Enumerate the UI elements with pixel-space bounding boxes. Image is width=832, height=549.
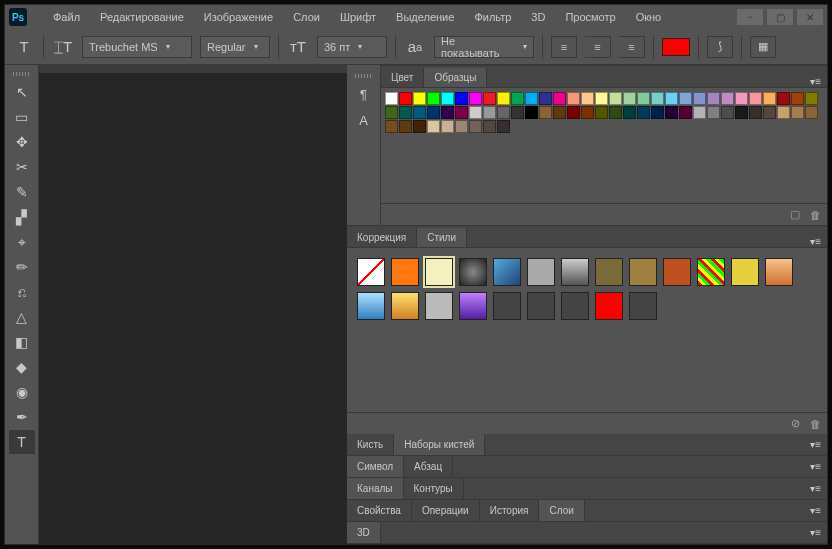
menu-3d[interactable]: 3D xyxy=(521,7,555,27)
swatch[interactable] xyxy=(469,106,482,119)
swatch[interactable] xyxy=(385,106,398,119)
tool-4[interactable]: ✎ xyxy=(9,180,35,204)
swatch[interactable] xyxy=(581,106,594,119)
panel-menu-icon[interactable]: ▾≡ xyxy=(804,505,827,516)
tab-styles[interactable]: Стили xyxy=(417,228,467,247)
swatch[interactable] xyxy=(455,92,468,105)
swatch[interactable] xyxy=(399,92,412,105)
swatch[interactable] xyxy=(567,106,580,119)
style-preset[interactable] xyxy=(493,292,521,320)
tool-12[interactable]: ◉ xyxy=(9,380,35,404)
maximize-button[interactable]: ▢ xyxy=(767,9,793,25)
tab-actions[interactable]: Операции xyxy=(412,500,480,521)
swatch[interactable] xyxy=(707,92,720,105)
swatch[interactable] xyxy=(399,106,412,119)
panel-menu-icon[interactable]: ▾≡ xyxy=(804,76,827,87)
orientation-icon[interactable]: ⌶T xyxy=(52,36,74,58)
swatch[interactable] xyxy=(441,106,454,119)
swatch[interactable] xyxy=(679,106,692,119)
swatch[interactable] xyxy=(707,106,720,119)
style-preset[interactable] xyxy=(595,292,623,320)
tool-7[interactable]: ✏ xyxy=(9,255,35,279)
swatch[interactable] xyxy=(693,106,706,119)
new-swatch-icon[interactable]: ▢ xyxy=(790,208,800,221)
swatch[interactable] xyxy=(539,106,552,119)
tool-5[interactable]: ▞ xyxy=(9,205,35,229)
swatch[interactable] xyxy=(791,92,804,105)
swatch[interactable] xyxy=(455,106,468,119)
paragraph-icon[interactable]: ¶ xyxy=(352,83,376,105)
swatch[interactable] xyxy=(721,92,734,105)
swatch[interactable] xyxy=(497,120,510,133)
font-style-dropdown[interactable]: Regular▾ xyxy=(200,36,270,58)
close-button[interactable]: ✕ xyxy=(797,9,823,25)
swatch[interactable] xyxy=(497,106,510,119)
swatch[interactable] xyxy=(777,106,790,119)
swatch[interactable] xyxy=(623,106,636,119)
tab-paragraph[interactable]: Абзац xyxy=(404,456,453,477)
trash-icon[interactable]: 🗑 xyxy=(810,418,821,430)
swatch[interactable] xyxy=(651,106,664,119)
swatch[interactable] xyxy=(805,106,818,119)
style-preset[interactable] xyxy=(595,258,623,286)
dock-handle[interactable] xyxy=(5,69,38,79)
swatch[interactable] xyxy=(427,92,440,105)
style-preset[interactable] xyxy=(765,258,793,286)
swatch[interactable] xyxy=(497,92,510,105)
tab-correction[interactable]: Коррекция xyxy=(347,228,417,247)
warp-text-button[interactable]: ⟆ xyxy=(707,36,733,58)
style-preset[interactable] xyxy=(697,258,725,286)
style-preset[interactable] xyxy=(425,292,453,320)
swatch[interactable] xyxy=(665,92,678,105)
tool-3[interactable]: ✂ xyxy=(9,155,35,179)
swatch[interactable] xyxy=(595,92,608,105)
swatch[interactable] xyxy=(441,92,454,105)
swatch[interactable] xyxy=(469,120,482,133)
style-preset[interactable] xyxy=(425,258,453,286)
swatch[interactable] xyxy=(721,106,734,119)
antialias-dropdown[interactable]: Не показывать▾ xyxy=(434,36,534,58)
character-panel-button[interactable]: ▦ xyxy=(750,36,776,58)
tool-10[interactable]: ◧ xyxy=(9,330,35,354)
swatch[interactable] xyxy=(749,92,762,105)
menu-изображение[interactable]: Изображение xyxy=(194,7,283,27)
style-preset[interactable] xyxy=(527,292,555,320)
tool-9[interactable]: △ xyxy=(9,305,35,329)
menu-просмотр[interactable]: Просмотр xyxy=(555,7,625,27)
tab-swatches[interactable]: Образцы xyxy=(424,68,487,87)
swatch[interactable] xyxy=(623,92,636,105)
panel-menu-icon[interactable]: ▾≡ xyxy=(804,439,827,450)
swatch[interactable] xyxy=(427,120,440,133)
style-preset[interactable] xyxy=(731,258,759,286)
tab-3d[interactable]: 3D xyxy=(347,522,381,543)
panel-menu-icon[interactable]: ▾≡ xyxy=(804,461,827,472)
swatch[interactable] xyxy=(511,92,524,105)
tool-13[interactable]: ✒ xyxy=(9,405,35,429)
font-size-dropdown[interactable]: 36 пт▾ xyxy=(317,36,387,58)
tab-brush-presets[interactable]: Наборы кистей xyxy=(394,434,485,455)
swatch[interactable] xyxy=(385,92,398,105)
swatch[interactable] xyxy=(455,120,468,133)
tab-layers[interactable]: Слои xyxy=(539,500,584,521)
swatch[interactable] xyxy=(441,120,454,133)
tab-paths[interactable]: Контуры xyxy=(404,478,464,499)
swatch[interactable] xyxy=(791,106,804,119)
menu-выделение[interactable]: Выделение xyxy=(386,7,464,27)
font-family-dropdown[interactable]: Trebuchet MS▾ xyxy=(82,36,192,58)
swatch[interactable] xyxy=(567,92,580,105)
menu-редактирование[interactable]: Редактирование xyxy=(90,7,194,27)
swatch[interactable] xyxy=(735,106,748,119)
swatch[interactable] xyxy=(609,106,622,119)
dock-handle[interactable] xyxy=(347,71,380,81)
tool-6[interactable]: ⌖ xyxy=(9,230,35,254)
align-left-button[interactable]: ≡ xyxy=(551,36,577,58)
swatch[interactable] xyxy=(399,120,412,133)
trash-icon[interactable]: 🗑 xyxy=(810,209,821,221)
style-preset[interactable] xyxy=(629,258,657,286)
style-preset[interactable] xyxy=(493,258,521,286)
swatch[interactable] xyxy=(637,106,650,119)
menu-фильтр[interactable]: Фильтр xyxy=(464,7,521,27)
tab-brush[interactable]: Кисть xyxy=(347,434,394,455)
tab-history[interactable]: История xyxy=(480,500,540,521)
swatch[interactable] xyxy=(413,106,426,119)
